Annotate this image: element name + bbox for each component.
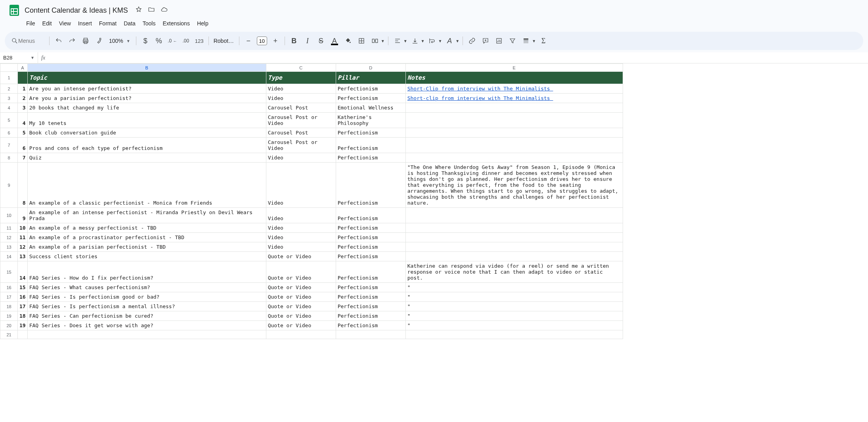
increase-font-button[interactable]: +	[270, 35, 281, 47]
cell-B21[interactable]	[27, 330, 266, 339]
chevron-down-icon[interactable]: ▼	[438, 39, 442, 43]
cell-A3[interactable]: 2	[18, 94, 28, 103]
cell-B20[interactable]: FAQ Series - Does it get worse with age?	[27, 321, 266, 330]
cell-A18[interactable]: 17	[18, 302, 28, 311]
row-header-19[interactable]: 19	[0, 311, 18, 321]
doc-title[interactable]: Content Calendar & Ideas | KMS	[22, 6, 130, 15]
cell-D17[interactable]: Perfectionism	[336, 292, 405, 302]
row-header-20[interactable]: 20	[0, 321, 18, 330]
cell-E3[interactable]: Short-clip from interview with The Minim…	[405, 94, 623, 103]
redo-button[interactable]	[66, 35, 78, 47]
link-button[interactable]	[466, 35, 478, 47]
cell-A19[interactable]: 18	[18, 311, 28, 321]
cell-C18[interactable]: Quote or Video	[266, 302, 336, 311]
cell-C5[interactable]: Carousel Post or Video	[266, 113, 336, 128]
cell-B18[interactable]: FAQ Series - Is perfectionism a mental i…	[27, 302, 266, 311]
row-header-10[interactable]: 10	[0, 208, 18, 223]
cell-B4[interactable]: 20 books that changed my life	[27, 103, 266, 113]
cell-E12[interactable]	[405, 233, 623, 242]
header-cell-C[interactable]: Type	[266, 72, 336, 84]
cell-B13[interactable]: An example of a parisian perfectionist -…	[27, 242, 266, 252]
cell-E6[interactable]	[405, 128, 623, 138]
cell-C17[interactable]: Quote or Video	[266, 292, 336, 302]
cell-D15[interactable]: Perfectionism	[336, 261, 405, 283]
cell-B2[interactable]: Are you an intense perfectionist?	[27, 84, 266, 94]
row-header-8[interactable]: 8	[0, 153, 18, 163]
decrease-font-button[interactable]: −	[243, 35, 254, 47]
menu-extensions[interactable]: Extensions	[159, 19, 193, 28]
chevron-down-icon[interactable]: ▼	[381, 39, 385, 43]
row-header-17[interactable]: 17	[0, 292, 18, 302]
cell-A15[interactable]: 14	[18, 261, 28, 283]
row-header-3[interactable]: 3	[0, 94, 18, 103]
chart-button[interactable]	[493, 35, 505, 47]
cloud-icon[interactable]	[161, 6, 168, 15]
cell-B12[interactable]: An example of a procrastinator perfectio…	[27, 233, 266, 242]
font-size-input[interactable]	[257, 36, 267, 45]
increase-decimal-button[interactable]: .00	[180, 35, 192, 47]
cell-C6[interactable]: Carousel Post	[266, 128, 336, 138]
row-header-4[interactable]: 4	[0, 103, 18, 113]
cell-E19[interactable]: "	[405, 311, 623, 321]
sheets-logo[interactable]	[6, 2, 22, 18]
cell-B15[interactable]: FAQ Series - How do I fix perfectionism?	[27, 261, 266, 283]
cell-A17[interactable]: 16	[18, 292, 28, 302]
cell-C12[interactable]: Video	[266, 233, 336, 242]
cell-E14[interactable]	[405, 252, 623, 261]
percent-button[interactable]: %	[153, 35, 165, 47]
row-header-12[interactable]: 12	[0, 233, 18, 242]
cell-B5[interactable]: My 10 tenets	[27, 113, 266, 128]
cell-E7[interactable]	[405, 138, 623, 153]
star-icon[interactable]	[135, 6, 142, 15]
menu-data[interactable]: Data	[120, 19, 139, 28]
cell-E17[interactable]: "	[405, 292, 623, 302]
cell-A16[interactable]: 15	[18, 283, 28, 292]
row-header-11[interactable]: 11	[0, 223, 18, 233]
cell-D14[interactable]: Perfectionism	[336, 252, 405, 261]
zoom-select[interactable]: 100%▼	[107, 38, 133, 44]
chevron-down-icon[interactable]: ▼	[421, 39, 425, 43]
cell-B17[interactable]: FAQ Series - Is perfectionism good or ba…	[27, 292, 266, 302]
header-cell-A[interactable]	[18, 72, 28, 84]
col-header-C[interactable]: C	[266, 64, 336, 72]
cell-A8[interactable]: 7	[18, 153, 28, 163]
cell-C11[interactable]: Video	[266, 223, 336, 233]
cell-D6[interactable]: Perfectionism	[336, 128, 405, 138]
cell-C13[interactable]: Video	[266, 242, 336, 252]
cell-B16[interactable]: FAQ Series - What causes perfectionism?	[27, 283, 266, 292]
cell-D13[interactable]: Perfectionism	[336, 242, 405, 252]
cell-D9[interactable]: Perfectionism	[336, 163, 405, 208]
h-align-button[interactable]	[392, 35, 403, 47]
name-box[interactable]: B28 ▼	[0, 52, 38, 63]
cell-A21[interactable]	[18, 330, 28, 339]
cell-E13[interactable]	[405, 242, 623, 252]
cell-D18[interactable]: Perfectionism	[336, 302, 405, 311]
cell-E8[interactable]	[405, 153, 623, 163]
decrease-decimal-button[interactable]: .0 ←	[166, 35, 178, 47]
cell-A11[interactable]: 10	[18, 223, 28, 233]
cell-B9[interactable]: An example of a classic perfectionist - …	[27, 163, 266, 208]
row-header-15[interactable]: 15	[0, 261, 18, 283]
cell-C10[interactable]: Video	[266, 208, 336, 223]
cell-D5[interactable]: Katherine's Philosophy	[336, 113, 405, 128]
cell-B19[interactable]: FAQ Series - Can perfectionism be cured?	[27, 311, 266, 321]
formula-input[interactable]	[48, 52, 868, 63]
header-cell-D[interactable]: Pillar	[336, 72, 405, 84]
row-header-5[interactable]: 5	[0, 113, 18, 128]
cell-E10[interactable]	[405, 208, 623, 223]
chevron-down-icon[interactable]: ▼	[455, 39, 459, 43]
cell-E15[interactable]: Katherine can respond via video (for a r…	[405, 261, 623, 283]
cell-C9[interactable]: Video	[266, 163, 336, 208]
cell-E21[interactable]	[405, 330, 623, 339]
cell-A13[interactable]: 12	[18, 242, 28, 252]
cell-A20[interactable]: 19	[18, 321, 28, 330]
cell-C15[interactable]: Quote or Video	[266, 261, 336, 283]
undo-button[interactable]	[53, 35, 65, 47]
cell-E5[interactable]	[405, 113, 623, 128]
header-cell-B[interactable]: Topic	[27, 72, 266, 84]
col-header-E[interactable]: E	[405, 64, 623, 72]
cell-B11[interactable]: An example of a messy perfectionist - TB…	[27, 223, 266, 233]
header-cell-E[interactable]: Notes	[405, 72, 623, 84]
col-header-A[interactable]: A	[18, 64, 28, 72]
cell-E18[interactable]: "	[405, 302, 623, 311]
